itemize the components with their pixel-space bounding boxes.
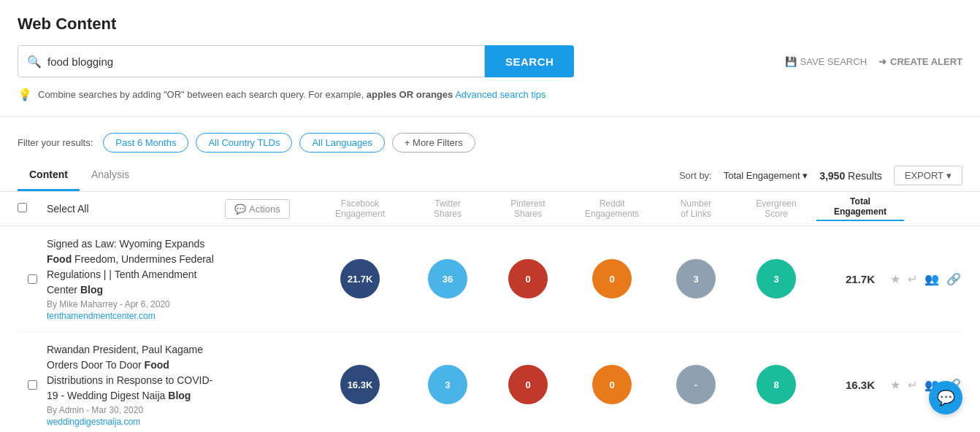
create-alert-button[interactable]: ➜ CREATE ALERT xyxy=(878,56,962,67)
th-title: Select All xyxy=(47,203,225,215)
row-title-area: Signed as Law: Wyoming Expands Food Free… xyxy=(47,236,225,321)
reddit-circle: 0 xyxy=(592,365,632,404)
header-right-actions: 💾 SAVE SEARCH ➜ CREATE ALERT xyxy=(785,56,962,67)
filter-time-button[interactable]: Past 6 Months xyxy=(103,133,188,153)
actions-button[interactable]: 💬 Actions xyxy=(225,199,290,219)
users-button[interactable]: 👥 xyxy=(923,271,941,288)
row-twitter: 3 xyxy=(407,365,488,404)
th-evergreen: EvergreenScore xyxy=(736,198,816,219)
total-value: 16.3K xyxy=(846,379,875,391)
search-input[interactable] xyxy=(47,55,475,68)
share-button[interactable]: ↵ xyxy=(906,377,919,393)
row-evergreen: 8 xyxy=(736,365,816,404)
facebook-circle: 21.7K xyxy=(340,259,380,298)
results-count: 3,950 Results xyxy=(819,170,882,182)
save-search-button[interactable]: 💾 SAVE SEARCH xyxy=(785,56,868,67)
th-links: Numberof Links xyxy=(656,198,736,219)
filter-country-button[interactable]: All Country TLDs xyxy=(196,133,292,153)
table-header: Select All 💬 Actions FacebookEngagement … xyxy=(0,192,980,226)
tabs-row: Content Analysis Sort by: Total Engageme… xyxy=(0,160,980,192)
row-pinterest: 0 xyxy=(488,365,568,404)
table-row: Signed as Law: Wyoming Expands Food Free… xyxy=(18,226,962,332)
select-all-checkbox[interactable] xyxy=(18,203,27,212)
result-meta: By Mike Maharrey - Apr 6, 2020 xyxy=(47,299,218,309)
results-area: Signed as Law: Wyoming Expands Food Free… xyxy=(0,226,980,432)
alert-icon: ➜ xyxy=(878,56,887,67)
table-row: Rwandan President, Paul Kagame Orders Do… xyxy=(18,332,962,432)
result-domain[interactable]: tenthamendmentcenter.com xyxy=(47,311,218,321)
link-button[interactable]: 🔗 xyxy=(945,271,962,288)
search-button[interactable]: SEARCH xyxy=(485,45,574,77)
row-title-area: Rwandan President, Paul Kagame Orders Do… xyxy=(47,342,225,427)
filter-language-button[interactable]: All Languages xyxy=(299,133,384,153)
result-title: Signed as Law: Wyoming Expands Food Free… xyxy=(47,236,218,298)
facebook-circle: 16.3K xyxy=(340,365,380,404)
tabs-right: Sort by: Total Engagement ▾ 3,950 Result… xyxy=(679,166,962,185)
row-actions: ★ ↵ 👥 🔗 xyxy=(904,271,962,288)
evergreen-circle: 3 xyxy=(757,259,796,298)
th-facebook: FacebookEngagement xyxy=(313,198,407,219)
pinterest-circle: 0 xyxy=(508,259,548,298)
header: Web Content 🔍 SEARCH 💾 SAVE SEARCH ➜ CRE… xyxy=(0,0,980,116)
share-button[interactable]: ↵ xyxy=(906,271,919,288)
links-circle: 3 xyxy=(676,259,716,298)
bookmark-button[interactable]: ★ xyxy=(889,377,902,393)
export-button[interactable]: EXPORT ▾ xyxy=(894,166,962,185)
bookmark-button[interactable]: ★ xyxy=(889,271,902,288)
sort-label: Sort by: xyxy=(679,170,712,181)
result-domain[interactable]: weddingdigestnaija.com xyxy=(47,417,218,427)
row-twitter: 36 xyxy=(407,259,488,298)
th-checkbox xyxy=(18,203,47,215)
row-action-buttons: ★ ↵ 👥 🔗 xyxy=(904,271,962,288)
row-checkbox-wrap xyxy=(18,274,47,284)
filter-label: Filter your results: xyxy=(18,137,93,148)
hint-text: Combine searches by adding "OR" between … xyxy=(38,89,545,100)
search-bar-row: 🔍 SEARCH 💾 SAVE SEARCH ➜ CREATE ALERT xyxy=(18,45,962,77)
reddit-circle: 0 xyxy=(592,259,632,298)
row-checkbox-wrap xyxy=(18,380,47,390)
row-reddit: 0 xyxy=(568,259,656,298)
header-divider xyxy=(0,116,980,117)
page-title: Web Content xyxy=(18,15,962,34)
tab-analysis[interactable]: Analysis xyxy=(80,160,141,191)
th-reddit: RedditEngagements xyxy=(568,198,656,219)
hint-icon: 💡 xyxy=(18,88,32,101)
twitter-circle: 3 xyxy=(428,365,467,404)
hint-row: 💡 Combine searches by adding "OR" betwee… xyxy=(18,85,962,107)
th-pinterest: PinterestShares xyxy=(488,198,568,219)
row-facebook: 16.3K xyxy=(313,365,407,404)
row-facebook: 21.7K xyxy=(313,259,407,298)
row-reddit: 0 xyxy=(568,365,656,404)
total-value: 21.7K xyxy=(846,273,875,285)
twitter-circle: 36 xyxy=(428,259,467,298)
sort-select[interactable]: Total Engagement ▾ xyxy=(724,170,808,181)
page-container: Web Content 🔍 SEARCH 💾 SAVE SEARCH ➜ CRE… xyxy=(0,0,980,432)
search-input-wrapper: 🔍 xyxy=(18,45,485,77)
row-pinterest: 0 xyxy=(488,259,568,298)
row-links: 3 xyxy=(656,259,736,298)
filter-more-button[interactable]: + More Filters xyxy=(392,133,475,153)
filter-row: Filter your results: Past 6 Months All C… xyxy=(0,126,980,160)
row-evergreen: 3 xyxy=(736,259,816,298)
th-twitter: TwitterShares xyxy=(407,198,488,219)
advanced-search-link[interactable]: Advanced search tips xyxy=(455,89,545,100)
th-total-engagement: TotalEngagement xyxy=(816,196,904,221)
tab-content[interactable]: Content xyxy=(18,160,80,191)
chat-bubble[interactable]: 💬 xyxy=(929,381,962,414)
save-icon: 💾 xyxy=(785,56,797,67)
tabs-left: Content Analysis xyxy=(18,160,141,191)
row-links: - xyxy=(656,365,736,404)
evergreen-circle: 8 xyxy=(757,365,796,404)
links-circle: - xyxy=(676,365,716,404)
search-icon: 🔍 xyxy=(27,55,42,69)
row-checkbox[interactable] xyxy=(28,274,37,284)
result-title: Rwandan President, Paul Kagame Orders Do… xyxy=(47,342,218,404)
pinterest-circle: 0 xyxy=(508,365,548,404)
row-checkbox[interactable] xyxy=(28,380,37,390)
th-actions: 💬 Actions xyxy=(225,199,313,219)
result-meta: By Admin - Mar 30, 2020 xyxy=(47,405,218,415)
